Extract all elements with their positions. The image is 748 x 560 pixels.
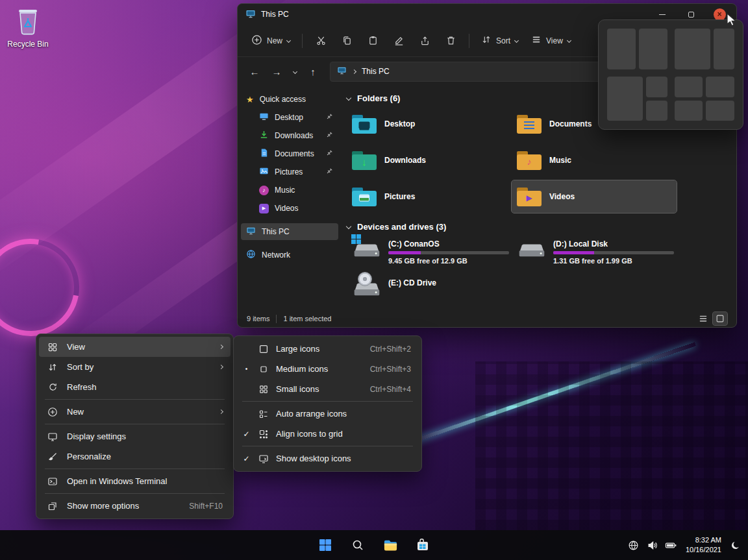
pictures-icon — [259, 166, 269, 178]
folder-tile-videos[interactable]: ▶ Videos — [512, 180, 677, 213]
snap-layout-left-plus-stack[interactable] — [607, 77, 667, 121]
context-menu-sort-by[interactable]: Sort by — [39, 357, 231, 377]
drive-free-space: 9.45 GB free of 12.9 GB — [388, 257, 509, 265]
sidebar-quick-access[interactable]: ★ Quick access — [241, 91, 338, 108]
rename-button[interactable] — [386, 30, 411, 52]
documents-icon — [259, 148, 269, 160]
menu-item-label: Open in Windows Terminal — [67, 476, 223, 486]
sort-icon — [47, 362, 58, 372]
this-pc-icon — [337, 66, 347, 77]
view-button[interactable]: View — [525, 30, 577, 51]
night-moon-icon[interactable] — [729, 538, 743, 552]
folder-name: Documents — [549, 119, 592, 128]
music-icon: ♪ — [259, 186, 269, 195]
align-grid-icon — [258, 429, 269, 439]
copy-button[interactable] — [334, 30, 359, 52]
network-globe-icon[interactable] — [627, 538, 641, 552]
submenu-medium-icons[interactable]: • Medium icons Ctrl+Shift+3 — [236, 359, 419, 379]
star-icon: ★ — [246, 95, 254, 104]
submenu-auto-arrange[interactable]: Auto arrange icons — [236, 404, 419, 424]
downloads-icon — [259, 130, 269, 141]
new-button-label: New — [267, 36, 282, 45]
submenu-show-desktop-icons[interactable]: ✓ Show desktop icons — [236, 448, 419, 469]
devices-section-header[interactable]: Devices and drives (3) — [347, 218, 726, 235]
toolbar-divider — [302, 34, 303, 48]
sidebar-item-network[interactable]: Network — [241, 247, 338, 263]
sidebar-label: Desktop — [275, 113, 303, 122]
up-button[interactable]: ↑ — [303, 62, 323, 81]
context-menu-show-more-options[interactable]: Show more options Shift+F10 — [39, 496, 231, 516]
context-menu-personalize[interactable]: Personalize — [39, 446, 231, 467]
battery-icon[interactable] — [664, 538, 679, 552]
microsoft-store-button[interactable] — [409, 531, 436, 559]
new-button[interactable]: New — [245, 30, 296, 52]
file-explorer-button[interactable] — [377, 531, 404, 559]
sort-icon — [481, 34, 492, 47]
desktop-folder-icon — [352, 115, 377, 134]
large-thumbnails-view-toggle[interactable] — [713, 312, 727, 325]
volume-icon[interactable] — [645, 538, 660, 552]
sidebar-item-pictures[interactable]: Pictures — [241, 164, 338, 180]
sidebar-label: Pictures — [275, 167, 303, 177]
recycle-bin[interactable]: Recycle Bin — [5, 5, 51, 49]
navigation-pane: ★ Quick access Desktop Downloads Documen… — [238, 86, 342, 310]
snap-layout-quad-grid[interactable] — [675, 77, 735, 121]
cd-disc-icon — [358, 272, 372, 286]
checkmark-icon: ✓ — [242, 454, 251, 463]
forward-button[interactable]: → — [266, 62, 287, 81]
context-menu-view[interactable]: View — [39, 337, 231, 357]
context-menu-display-settings[interactable]: Display settings — [39, 426, 231, 446]
pin-icon — [325, 167, 333, 177]
drive-tile-d[interactable]: (D:) Local Disk 1.31 GB free of 1.99 GB — [512, 237, 677, 271]
sort-button[interactable]: Sort — [475, 30, 524, 51]
drive-tile-e[interactable]: (E:) CD Drive — [347, 276, 512, 310]
drive-usage-bar — [388, 251, 509, 254]
context-menu-new[interactable]: New — [39, 402, 231, 422]
breadcrumb[interactable]: This PC — [337, 66, 390, 77]
menu-item-label: Align icons to grid — [276, 429, 411, 439]
view-grid-icon — [47, 342, 58, 352]
section-title: Devices and drives (3) — [357, 222, 446, 232]
submenu-small-icons[interactable]: Small icons Ctrl+Shift+4 — [236, 379, 419, 399]
details-view-toggle[interactable] — [696, 312, 710, 325]
folder-name: Downloads — [384, 156, 426, 165]
folder-tile-downloads[interactable]: ↓ Downloads — [347, 144, 512, 177]
submenu-align-to-grid[interactable]: ✓ Align icons to grid — [236, 424, 419, 444]
folder-tile-music[interactable]: ♪ Music — [512, 144, 677, 177]
menu-item-label: Show desktop icons — [276, 454, 411, 463]
paste-button[interactable] — [360, 30, 385, 52]
start-button[interactable] — [312, 531, 339, 559]
delete-button[interactable] — [438, 30, 463, 52]
context-menu-refresh[interactable]: Refresh — [39, 377, 231, 397]
search-button[interactable] — [344, 531, 371, 559]
sidebar-item-videos[interactable]: ▶ Videos — [241, 200, 338, 217]
sidebar-item-documents[interactable]: Documents — [241, 145, 338, 162]
recent-locations-button[interactable] — [288, 62, 301, 81]
close-icon: × — [714, 8, 726, 21]
cut-button[interactable] — [308, 30, 333, 52]
sidebar-item-music[interactable]: ♪ Music — [241, 182, 338, 199]
sidebar-item-desktop[interactable]: Desktop — [241, 109, 338, 126]
chevron-down-icon — [286, 38, 291, 43]
snap-layout-wide-left[interactable] — [675, 29, 735, 69]
drive-tile-c[interactable]: (C:) ConanOS 9.45 GB free of 12.9 GB — [347, 237, 512, 271]
back-button[interactable]: ← — [244, 62, 265, 81]
new-plus-icon — [47, 407, 58, 417]
context-menu-open-terminal[interactable]: Open in Windows Terminal — [39, 471, 231, 491]
checkmark-icon: ✓ — [242, 430, 251, 439]
share-button[interactable] — [412, 30, 437, 52]
taskbar-clock[interactable]: 8:32 AM 10/16/2021 — [683, 535, 724, 555]
menu-item-label: Show more options — [67, 501, 181, 511]
submenu-chevron-icon — [219, 409, 223, 414]
breadcrumb-chevron-icon — [352, 69, 356, 73]
snap-layout-two-columns[interactable] — [607, 29, 667, 69]
videos-icon: ▶ — [259, 204, 269, 213]
sidebar-item-downloads[interactable]: Downloads — [241, 127, 338, 144]
folder-tile-pictures[interactable]: Pictures — [347, 180, 512, 213]
menu-item-label: Large icons — [276, 344, 364, 354]
drive-name: (D:) Local Disk — [553, 239, 674, 249]
sidebar-item-this-pc[interactable]: This PC — [241, 223, 338, 240]
view-submenu: Large icons Ctrl+Shift+2 • Medium icons … — [233, 335, 422, 472]
folder-tile-desktop[interactable]: Desktop — [347, 108, 512, 140]
submenu-large-icons[interactable]: Large icons Ctrl+Shift+2 — [236, 339, 419, 359]
